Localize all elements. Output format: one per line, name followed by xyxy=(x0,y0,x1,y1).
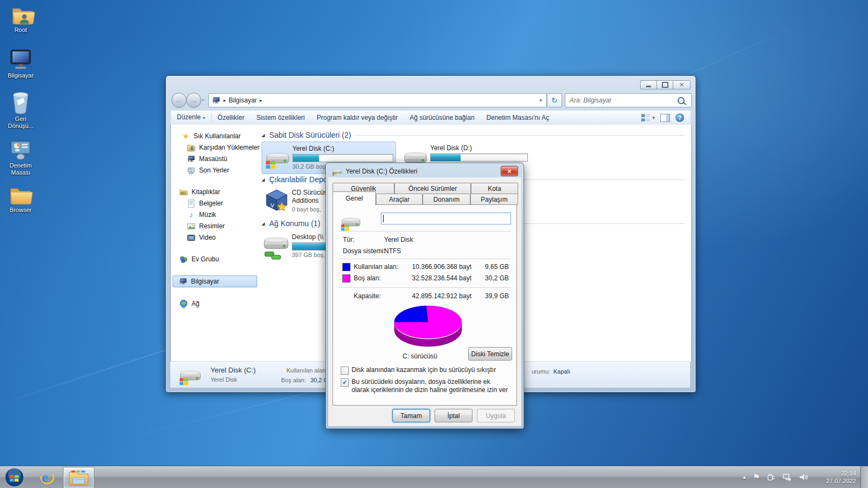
compress-checkbox[interactable] xyxy=(341,367,349,375)
search-box[interactable]: Ara: Bilgisayar xyxy=(565,93,692,107)
minimize-button[interactable] xyxy=(640,80,656,89)
sidebar-item-libraries[interactable]: Kitaplıklar xyxy=(179,187,220,197)
power-plug-icon[interactable] xyxy=(766,472,776,482)
search-placeholder: Ara: Bilgisayar xyxy=(565,97,678,104)
capacity-label: Kapasite: xyxy=(354,292,381,300)
desktop-icon-recycle-bin[interactable]: Geri Dönüşü... xyxy=(0,91,41,130)
back-icon: ← xyxy=(175,96,183,105)
picture-icon xyxy=(187,222,196,230)
network-drive-icon xyxy=(263,233,290,260)
free-label: Boş alan: xyxy=(354,274,381,282)
free-color-swatch xyxy=(342,274,350,282)
breadcrumb-arrow-icon: ▸ xyxy=(221,98,229,103)
type-label: Tür: xyxy=(343,236,354,243)
network-globe-icon xyxy=(179,299,188,308)
tab-araclar[interactable]: Araçlar xyxy=(376,194,423,206)
close-button[interactable]: ✕ xyxy=(673,80,691,89)
start-button[interactable] xyxy=(2,467,26,487)
tab-paylasim[interactable]: Paylaşım xyxy=(470,194,518,206)
control-panel-icon xyxy=(0,138,41,160)
properties-dialog: Yerel Disk (C:) Özellikleri × Güvenlik Ö… xyxy=(326,163,524,429)
used-color-swatch xyxy=(342,263,350,271)
nav-history-dropdown-icon[interactable]: ▾ xyxy=(202,98,204,102)
compress-checkbox-label[interactable]: Disk alanından kazanmak için bu sürücüyü… xyxy=(352,366,512,374)
show-desktop-button[interactable] xyxy=(860,466,868,488)
sidebar-item-recent-places[interactable]: Son Yerler xyxy=(187,165,229,176)
volume-label-input[interactable] xyxy=(381,213,511,224)
drive-icon xyxy=(265,145,290,170)
sidebar-item-documents[interactable]: Belgeler xyxy=(187,198,223,209)
tab-genel[interactable]: Genel xyxy=(333,191,376,206)
address-dropdown-icon[interactable]: ▾ xyxy=(539,98,546,103)
desktop-icon-bilgisayar[interactable]: Bilgisayar xyxy=(0,48,41,79)
sidebar-item-video[interactable]: Video xyxy=(187,232,215,243)
document-icon xyxy=(187,199,196,208)
usage-bar-c xyxy=(292,154,393,162)
toolbar-ag-surucusune-baglan[interactable]: Ağ sürücüsüne bağlan xyxy=(404,111,480,125)
sidebar-item-music[interactable]: ♪ Müzik xyxy=(187,209,216,220)
apply-button[interactable]: Uygula xyxy=(477,409,515,422)
volume-icon[interactable] xyxy=(798,472,808,482)
disk-usage-pie-chart xyxy=(387,303,469,349)
preview-pane-button[interactable] xyxy=(660,114,670,122)
desktop-icon-root[interactable]: Root xyxy=(0,2,41,34)
sidebar-item-downloads[interactable]: Karşıdan Yüklemeler xyxy=(187,142,259,153)
capacity-bytes: 42.895.142.912 bayt xyxy=(404,292,471,300)
sidebar-item-computer[interactable]: Bilgisayar xyxy=(173,275,257,287)
sidebar-item-desktop[interactable]: Masaüstü xyxy=(187,153,227,164)
details-right-value: Kapalı xyxy=(553,368,570,375)
action-center-flag-icon[interactable]: ⚑ xyxy=(753,472,760,482)
toolbar-duzenle[interactable]: Düzenle▾ xyxy=(171,111,211,125)
address-bar[interactable]: ▸ Bilgisayar ▸ ▾ xyxy=(208,93,547,107)
group-header-hdd[interactable]: ◢ Sabit Disk Sürücüleri (2) xyxy=(261,131,685,139)
index-checkbox-label[interactable]: Bu sürücüdeki dosyaların, dosya özellikl… xyxy=(352,378,509,394)
drive-small-icon xyxy=(333,166,342,176)
index-checkbox[interactable]: ✔ xyxy=(341,378,349,387)
breadcrumb-arrow-icon: ▸ xyxy=(257,98,265,103)
desktop-icon-label: Bilgisayar xyxy=(0,72,41,79)
back-button[interactable]: ← xyxy=(171,93,187,108)
toolbar-program-kaldir[interactable]: Program kaldır veya değiştir xyxy=(311,111,404,125)
ok-button[interactable]: Tamam xyxy=(392,409,430,422)
help-button[interactable]: ? xyxy=(675,113,684,122)
desktop-icon-browser[interactable]: Browser xyxy=(0,182,41,214)
desktop-icon-denetim-masasi[interactable]: Denetim Masası xyxy=(0,138,41,176)
toolbar-ozellikler[interactable]: Özellikler xyxy=(212,111,250,125)
dialog-close-button[interactable]: × xyxy=(501,166,518,176)
taskbar-explorer-button[interactable] xyxy=(63,467,94,488)
maximize-button[interactable] xyxy=(656,80,673,89)
sidebar-item-homegroup[interactable]: Ev Grubu xyxy=(179,254,219,265)
breadcrumb-location[interactable]: Bilgisayar xyxy=(229,97,257,104)
desktop-icon-label: Browser xyxy=(0,207,41,214)
tray-expand-icon[interactable]: ▲ xyxy=(742,474,747,480)
cancel-button[interactable]: İptal xyxy=(435,409,473,422)
sidebar-item-pictures[interactable]: Resimler xyxy=(187,221,225,232)
tab-onceki-surumler[interactable]: Önceki Sürümler xyxy=(394,183,471,194)
details-drive-type: Yerel Disk xyxy=(210,376,237,383)
type-value: Yerel Disk xyxy=(384,236,413,243)
network-tray-icon[interactable] xyxy=(782,472,792,482)
taskbar: ▲ ⚑ 22:14 27.07.2022 xyxy=(0,466,868,488)
taskbar-ie-button[interactable] xyxy=(34,467,61,487)
tab-kota[interactable]: Kota xyxy=(471,183,518,194)
toolbar-sistem-ozellikleri[interactable]: Sistem özellikleri xyxy=(250,111,310,125)
tab-donanim[interactable]: Donanım xyxy=(423,194,470,206)
forward-button[interactable]: → xyxy=(186,93,201,108)
details-free-label: Boş alan: xyxy=(281,377,306,383)
toolbar-denetim-masasini-ac[interactable]: Denetim Masası'nı Aç xyxy=(481,111,556,125)
explorer-folder-icon xyxy=(68,469,90,487)
used-bytes: 10.366.906.368 bayt xyxy=(404,263,471,271)
refresh-button[interactable]: ↻ xyxy=(547,93,562,107)
views-button[interactable]: ▾ xyxy=(641,114,655,121)
music-note-icon: ♪ xyxy=(187,210,196,219)
taskbar-clock[interactable]: 22:14 27.07.2022 xyxy=(826,470,856,485)
used-label: Kullanılan alan: xyxy=(354,263,398,271)
details-drive-name: Yerel Disk (C:) xyxy=(210,366,256,374)
command-bar: Düzenle▾ Özellikler Sistem özellikleri P… xyxy=(171,111,691,125)
sidebar-item-favorites[interactable]: ★ Sık Kullanılanlar xyxy=(181,131,241,142)
close-icon: × xyxy=(507,168,511,175)
search-icon xyxy=(678,97,685,104)
drive-icon xyxy=(179,364,202,387)
sidebar-item-network[interactable]: Ağ xyxy=(179,298,200,309)
disk-cleanup-button[interactable]: Diski Temizle xyxy=(468,347,512,361)
